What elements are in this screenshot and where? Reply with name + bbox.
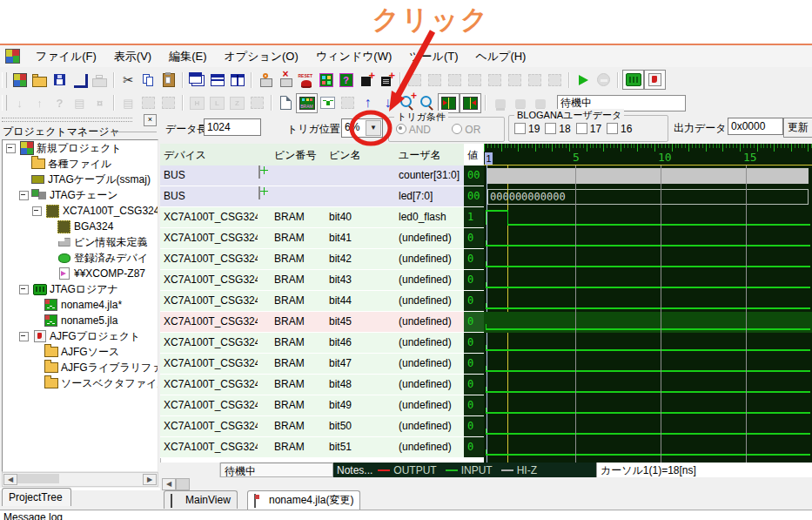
connect-cable-button[interactable] [256, 71, 276, 89]
device-tool-4[interactable] [465, 71, 485, 89]
tree-item-BGA324[interactable]: BGA324 [3, 219, 158, 234]
table-row-bit41[interactable]: XC7A100T_CSG324BRAMbit41(undefined)0 [160, 228, 484, 249]
tree-item-各種ファイル[interactable]: 各種ファイル [3, 156, 158, 172]
tab-projecttree[interactable]: ProjectTree [2, 488, 71, 506]
blank-tool-1[interactable] [138, 94, 158, 112]
blank-tool-2[interactable] [158, 94, 178, 112]
print-button[interactable] [90, 71, 110, 89]
zoom-in-button[interactable] [398, 94, 418, 112]
trigger-position-combobox[interactable]: 6% ▼ [341, 118, 383, 138]
blogana-checkbox-16[interactable]: 16 [607, 123, 632, 135]
column-header-ピン番号[interactable]: ピン番号 [271, 144, 325, 165]
menu-item-2[interactable]: 表示(V) [105, 45, 160, 68]
table-row-counter[31:0][interactable]: BUScounter[31:0]00 [160, 165, 484, 186]
upload-button[interactable] [30, 94, 50, 112]
device-tool-3[interactable] [445, 71, 465, 89]
blank-tool-4[interactable] [338, 94, 358, 112]
tree-horizontal-scrollbar[interactable]: ◀ ▶ [2, 472, 158, 487]
blogana-checkbox-19[interactable]: 19 [514, 123, 540, 135]
blogana-checkbox-18[interactable]: 18 [545, 123, 570, 135]
expand-bus-icon[interactable] [258, 186, 260, 199]
verify-button[interactable] [50, 94, 70, 112]
level-hiz-button[interactable] [227, 94, 247, 112]
table-row-bit49[interactable]: XC7A100T_CSG324BRAMbit49(undefined)0 [160, 395, 484, 416]
output-data-input[interactable] [728, 118, 783, 135]
tree-item-登録済みデバイ[interactable]: 登録済みデバイ [3, 250, 158, 266]
add-device-button[interactable] [356, 71, 376, 89]
device-tool-8[interactable] [545, 71, 565, 89]
table-row-bit40[interactable]: XC7A100T_CSG324BRAMbit40led0_flash1 [160, 207, 484, 228]
table-row-bit48[interactable]: XC7A100T_CSG324BRAMbit48(undefined)0 [160, 375, 484, 395]
run-button[interactable] [574, 71, 594, 89]
table-row-bit45[interactable]: XC7A100T_CSG324BRAMbit45(undefined)0 [160, 312, 484, 333]
tile-horizontal-button[interactable] [207, 71, 227, 89]
board-view-button[interactable] [316, 71, 336, 89]
reset-button[interactable] [296, 71, 316, 89]
device-tool-5[interactable] [485, 71, 505, 89]
blogana-checkbox-17[interactable]: 17 [576, 123, 601, 135]
menu-item-1[interactable]: ファイル(F) [27, 45, 105, 68]
zoom-out-button[interactable] [418, 94, 438, 112]
table-row-led[7:0][interactable]: BUSled[7:0]00 [160, 186, 484, 207]
stamp-tool-1[interactable] [490, 94, 510, 112]
table-row-bit43[interactable]: XC7A100T_CSG324BRAMbit43(undefined)0 [160, 270, 484, 291]
close-icon[interactable]: × [144, 114, 157, 126]
menu-item-5[interactable]: ウィンドウ(W) [307, 45, 400, 68]
device-tool-7[interactable] [525, 71, 545, 89]
scroll-left-icon[interactable]: ◀ [162, 478, 176, 490]
tree-item-AJFGソース[interactable]: AJFGソース [3, 344, 158, 360]
tree-item-AJFGプロジェクト[interactable]: AJFGプロジェクト [3, 328, 158, 344]
cursor-prev-button[interactable] [460, 93, 481, 113]
level-high-button[interactable] [187, 94, 207, 112]
table-row-bit51[interactable]: XC7A100T_CSG324BRAMbit51(undefined)0 [160, 437, 484, 458]
column-header-デバイス[interactable]: デバイス [160, 144, 258, 165]
disconnect-cable-button[interactable] [276, 71, 296, 89]
device-tool-6[interactable] [505, 71, 525, 89]
chevron-down-icon[interactable]: ▼ [366, 120, 381, 136]
waveform-view[interactable]: 51015 1 000000000000 [484, 144, 812, 463]
tree-item-XC7A100T_CSG324[interactable]: XC7A100T_CSG324 [3, 203, 158, 219]
download-button[interactable] [10, 94, 30, 112]
radio-or[interactable]: OR [452, 124, 493, 136]
scroll-right-icon[interactable]: ▶ [143, 474, 157, 485]
expander-minus-icon[interactable] [6, 144, 16, 153]
save-button[interactable] [50, 71, 70, 89]
program-doc-button[interactable] [70, 94, 90, 112]
menu-item-3[interactable]: 編集(E) [160, 45, 215, 68]
update-button[interactable]: 更新 [783, 118, 812, 138]
tree-item-noname5.jla[interactable]: noname5.jla [3, 313, 158, 328]
radio-and[interactable]: AND [396, 124, 443, 136]
copy-button[interactable] [138, 71, 158, 89]
level-low-button[interactable] [207, 94, 227, 112]
tile-vertical-button[interactable] [227, 71, 247, 89]
tree-scroll-thumb[interactable] [17, 474, 59, 483]
open-button[interactable] [30, 71, 50, 89]
menu-item-6[interactable]: ツール(T) [400, 45, 466, 68]
tree-item-ソースベクタファイル[interactable]: ソースベクタファイル [3, 375, 158, 391]
stop-button[interactable] [594, 71, 614, 89]
app-icon[interactable] [10, 71, 30, 89]
tree-item-ピン情報未定義[interactable]: ピン情報未定義 [3, 234, 158, 250]
waveform-view-button[interactable] [318, 94, 338, 112]
table-row-bit42[interactable]: XC7A100T_CSG324BRAMbit42(undefined)0 [160, 249, 484, 270]
column-header-expand[interactable] [258, 144, 271, 165]
board-help-button[interactable] [336, 71, 356, 89]
cascade-windows-button[interactable] [187, 71, 207, 89]
add-device-list-button[interactable] [376, 71, 396, 89]
tree-item-JTAGケーブル(ssmaj)[interactable]: JTAGケーブル(ssmaj) [3, 172, 158, 187]
data-length-input[interactable] [204, 118, 261, 136]
move-up-button[interactable] [358, 94, 378, 112]
logic-analyzer-window-button[interactable] [622, 70, 644, 90]
ajfg-window-button[interactable] [644, 70, 666, 90]
blank-tool-3[interactable] [247, 94, 267, 112]
menu-item-7[interactable]: ヘルプ(H) [466, 45, 534, 68]
column-header-値[interactable]: 値 [464, 144, 484, 165]
tree-item-noname4.jla*[interactable]: noname4.jla* [3, 297, 158, 313]
main-horizontal-scrollbar[interactable]: ◀ [160, 477, 812, 490]
move-down-button[interactable] [378, 94, 398, 112]
expander-minus-icon[interactable] [19, 285, 29, 294]
main-scroll-thumb[interactable] [176, 478, 190, 490]
save-all-button[interactable] [70, 71, 90, 89]
table-row-bit44[interactable]: XC7A100T_CSG324BRAMbit44(undefined)0 [160, 291, 484, 312]
cut-button[interactable] [118, 71, 138, 89]
